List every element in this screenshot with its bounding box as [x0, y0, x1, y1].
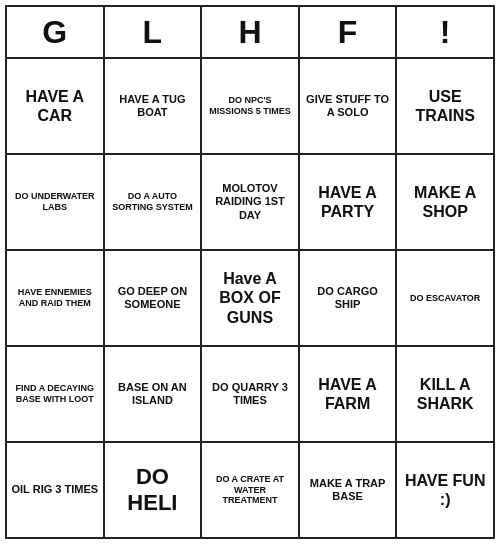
bingo-cell-3-0: FIND A DECAYING BASE WITH LOOT	[7, 347, 105, 441]
header-col-!: !	[397, 7, 493, 57]
bingo-row-0: HAVE A CARHAVE A TUG BOATDO NPC'S MISSIO…	[7, 59, 493, 155]
bingo-cell-3-2: DO QUARRY 3 TIMES	[202, 347, 300, 441]
bingo-cell-0-4: USE TRAINS	[397, 59, 493, 153]
bingo-cell-2-4: DO ESCAVATOR	[397, 251, 493, 345]
bingo-cell-2-0: HAVE ENNEMIES AND RAID THEM	[7, 251, 105, 345]
bingo-cell-4-3: MAKE A TRAP BASE	[300, 443, 398, 537]
bingo-row-3: FIND A DECAYING BASE WITH LOOTBASE ON AN…	[7, 347, 493, 443]
bingo-cell-3-3: HAVE A FARM	[300, 347, 398, 441]
bingo-row-1: DO UNDERWATER LABSDO A AUTO SORTING SYST…	[7, 155, 493, 251]
bingo-cell-0-0: HAVE A CAR	[7, 59, 105, 153]
bingo-cell-1-2: MOLOTOV RAIDING 1ST DAY	[202, 155, 300, 249]
bingo-cell-4-1: DO HELI	[105, 443, 203, 537]
header-col-g: G	[7, 7, 105, 57]
bingo-cell-3-1: BASE ON AN ISLAND	[105, 347, 203, 441]
header-col-f: F	[300, 7, 398, 57]
bingo-cell-0-1: HAVE A TUG BOAT	[105, 59, 203, 153]
bingo-cell-0-2: DO NPC'S MISSIONS 5 TIMES	[202, 59, 300, 153]
bingo-card: GLHF! HAVE A CARHAVE A TUG BOATDO NPC'S …	[5, 5, 495, 539]
bingo-grid: HAVE A CARHAVE A TUG BOATDO NPC'S MISSIO…	[7, 59, 493, 537]
bingo-cell-2-3: DO CARGO SHIP	[300, 251, 398, 345]
bingo-cell-4-2: DO A CRATE AT WATER TREATMENT	[202, 443, 300, 537]
bingo-cell-1-3: HAVE A PARTY	[300, 155, 398, 249]
bingo-cell-2-1: GO DEEP ON SOMEONE	[105, 251, 203, 345]
bingo-cell-1-0: DO UNDERWATER LABS	[7, 155, 105, 249]
bingo-cell-2-2: Have A BOX OF GUNS	[202, 251, 300, 345]
header-col-h: H	[202, 7, 300, 57]
bingo-cell-1-4: MAKE A SHOP	[397, 155, 493, 249]
bingo-row-2: HAVE ENNEMIES AND RAID THEMGO DEEP ON SO…	[7, 251, 493, 347]
bingo-row-4: OIL RIG 3 TIMESDO HELIDO A CRATE AT WATE…	[7, 443, 493, 537]
bingo-cell-4-0: OIL RIG 3 TIMES	[7, 443, 105, 537]
header-col-l: L	[105, 7, 203, 57]
bingo-cell-3-4: KILL A SHARK	[397, 347, 493, 441]
bingo-cell-4-4: HAVE FUN :)	[397, 443, 493, 537]
bingo-cell-1-1: DO A AUTO SORTING SYSTEM	[105, 155, 203, 249]
bingo-header: GLHF!	[7, 7, 493, 59]
bingo-cell-0-3: GIVE STUFF TO A SOLO	[300, 59, 398, 153]
